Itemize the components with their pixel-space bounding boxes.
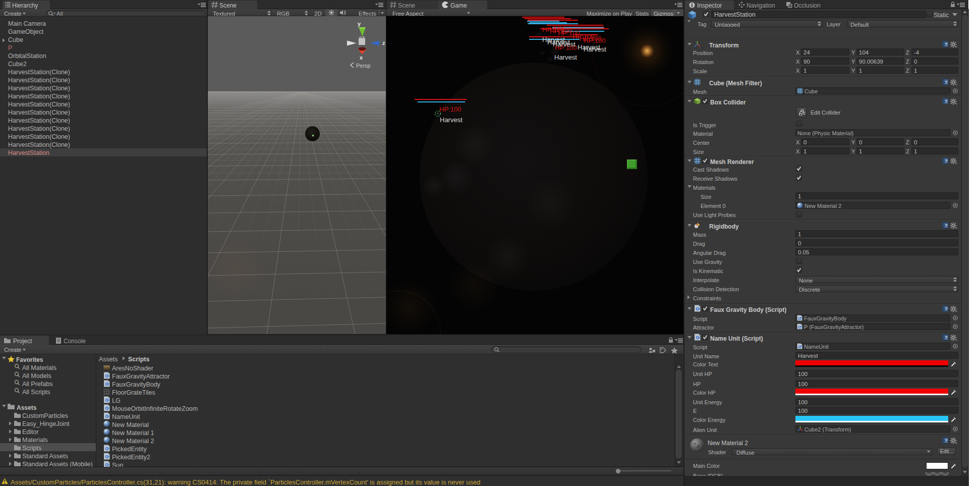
svg-text:?: ? <box>945 158 948 164</box>
svg-text:?: ? <box>945 306 948 311</box>
svg-text:#: # <box>800 345 801 348</box>
svg-text:?: ? <box>945 335 948 340</box>
svg-text:?: ? <box>945 223 948 228</box>
svg-text:?: ? <box>945 42 948 47</box>
svg-text:?: ? <box>945 80 948 85</box>
svg-text:#: # <box>800 325 801 328</box>
svg-text:?: ? <box>945 99 948 104</box>
svg-text:?: ? <box>945 438 948 443</box>
svg-text:#: # <box>800 316 801 319</box>
